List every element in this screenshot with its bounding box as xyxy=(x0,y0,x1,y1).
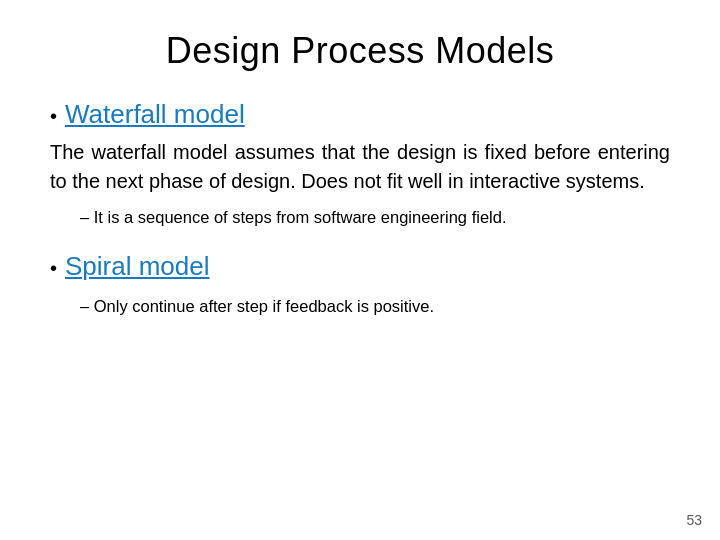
bullet-spiral-title[interactable]: Spiral model xyxy=(65,248,210,284)
bullet-waterfall-title[interactable]: Waterfall model xyxy=(65,96,245,132)
bullet-waterfall-heading: • Waterfall model xyxy=(50,96,670,132)
bullet-waterfall: • Waterfall model The waterfall model as… xyxy=(50,96,670,230)
bullet-dot-spiral: • xyxy=(50,254,57,282)
bullet-spiral-heading: • Spiral model xyxy=(50,248,670,284)
bullet-spiral-sub-1: – Only continue after step if feedback i… xyxy=(50,295,670,319)
page-number: 53 xyxy=(686,512,702,528)
slide-title: Design Process Models xyxy=(50,30,670,72)
slide-content: • Waterfall model The waterfall model as… xyxy=(50,96,670,520)
bullet-waterfall-sub-1: – It is a sequence of steps from softwar… xyxy=(50,206,670,230)
bullet-waterfall-body: The waterfall model assumes that the des… xyxy=(50,138,670,196)
bullet-dot-waterfall: • xyxy=(50,102,57,130)
bullet-spiral: • Spiral model – Only continue after ste… xyxy=(50,248,670,318)
slide: Design Process Models • Waterfall model … xyxy=(0,0,720,540)
